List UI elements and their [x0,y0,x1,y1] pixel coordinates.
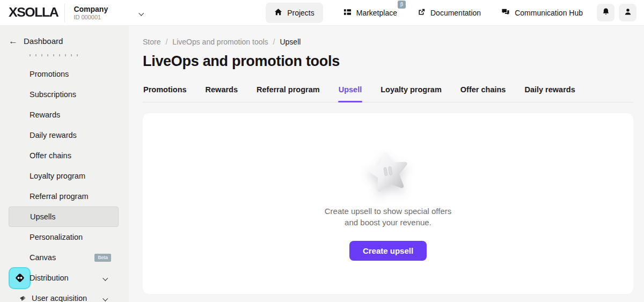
company-chevron-down-icon[interactable] [139,8,143,18]
upsell-empty-card: Create upsell to show special offers and… [143,113,633,294]
tab-daily-rewards[interactable]: Daily rewards [524,83,575,102]
chat-icon [501,8,510,18]
sidebar-item-label: Daily rewards [30,131,77,139]
megaphone-icon [19,294,27,302]
sidebar-item-label: Distribution [30,274,69,282]
tab-offer-chains[interactable]: Offer chains [460,83,507,102]
bell-icon [602,8,610,18]
sidebar-item-canvas[interactable]: CanvasBeta [9,247,119,268]
company-id: ID 000001 [74,14,108,21]
back-arrow-icon: ← [9,36,18,46]
breadcrumb-link-liveops-and-promotion-tools[interactable]: LiveOps and promotion tools [172,38,268,46]
page-title: LiveOps and promotion tools [143,53,633,70]
sidebar-item-user-acquisition[interactable]: User acquisition [9,288,119,302]
nav-marketplace[interactable]: Marketplace β [343,8,397,18]
sidebar-item-offer-chains[interactable]: Offer chains [9,145,119,166]
top-navigation: Projects Marketplace β Documentation Com… [266,3,583,23]
sidebar-item-rewards[interactable]: Rewards [9,105,119,125]
account-button[interactable] [619,4,636,21]
sidebar-item-subscriptions[interactable]: Subscriptions [9,84,119,105]
company-selector[interactable]: Company ID 000001 [74,5,108,21]
sidebar-item-label: Offer chains [30,151,71,160]
sidebar-item-daily-rewards[interactable]: Daily rewards [9,125,119,145]
dashboard-label: Dashboard [24,36,63,46]
nav-projects-label: Projects [287,9,314,17]
sidebar-item-label: Referral program [30,192,89,201]
sidebar-item-personalization[interactable]: Personalization [9,227,119,247]
breadcrumb-separator: / [165,38,167,46]
beta-badge: Beta [94,254,111,262]
empty-state-line2: and boost your revenue. [345,218,431,227]
sidebar-item-label: Upsells [30,212,56,221]
empty-state-text: Create upsell to show special offers and… [325,205,452,228]
sidebar-item-referral-program[interactable]: Referral program [9,186,119,207]
sidebar-item-label: Promotions [30,70,69,78]
sidebar-item-upsells[interactable]: Upsells [9,207,119,227]
nav-documentation[interactable]: Documentation [418,8,481,18]
notifications-button[interactable] [597,4,614,21]
company-name: Company [74,5,108,14]
marketplace-beta-badge: β [398,1,406,9]
sidebar: ← Dashboard PromotionsSubscriptionsRewar… [0,26,129,302]
breadcrumb: Store/LiveOps and promotion tools/Upsell [143,38,633,46]
chevron-down-icon [103,294,107,302]
sidebar-item-label: Canvas [30,253,56,262]
tab-loyalty-program[interactable]: Loyalty program [380,83,442,102]
empty-state-line1: Create upsell to show special offers [325,207,452,216]
chevron-down-icon [103,274,107,282]
tab-promotions[interactable]: Promotions [143,83,187,102]
breadcrumb-link-store[interactable]: Store [143,38,160,46]
sidebar-items: PromotionsSubscriptionsRewardsDaily rewa… [0,64,129,302]
sidebar-item-distribution[interactable]: Distribution [9,268,119,288]
sidebar-item-label: Personalization [30,233,83,241]
breadcrumb-current: Upsell [280,38,301,46]
sidebar-item-label: Subscriptions [30,90,76,99]
sidebar-back-dashboard[interactable]: ← Dashboard [0,26,129,49]
list-icon [343,8,352,18]
tab-upsell[interactable]: Upsell [338,83,363,102]
nav-projects[interactable]: Projects [266,3,323,23]
sidebar-item-label: User acquisition [32,294,87,302]
sidebar-item-loyalty-program[interactable]: Loyalty program [9,166,119,186]
create-upsell-button[interactable]: Create upsell [349,241,427,261]
nav-communication-hub[interactable]: Communication Hub [501,8,583,18]
top-header: XSOLLA Company ID 000001 Projects Market… [0,0,644,26]
tabs: PromotionsRewardsReferral programUpsellL… [143,83,633,102]
sidebar-item-promotions[interactable]: Promotions [9,64,119,84]
sidebar-item-clipped [30,54,79,56]
main-content: Store/LiveOps and promotion tools/Upsell… [129,26,644,302]
person-icon [624,8,632,18]
header-action-buttons [597,4,636,21]
nav-documentation-label: Documentation [430,9,481,17]
star-icon [363,148,413,199]
tab-rewards[interactable]: Rewards [205,83,238,102]
nav-marketplace-label: Marketplace [356,9,397,17]
xsolla-logo[interactable]: XSOLLA [9,5,58,20]
home-icon [274,8,282,18]
breadcrumb-separator: / [273,38,275,46]
sidebar-item-label: Loyalty program [30,172,85,180]
diamond-icon [9,267,31,289]
header-divider [64,4,65,22]
nav-communication-hub-label: Communication Hub [515,9,583,17]
sidebar-item-label: Rewards [30,111,60,119]
tab-referral-program[interactable]: Referral program [256,83,320,102]
external-link-icon [418,8,426,18]
